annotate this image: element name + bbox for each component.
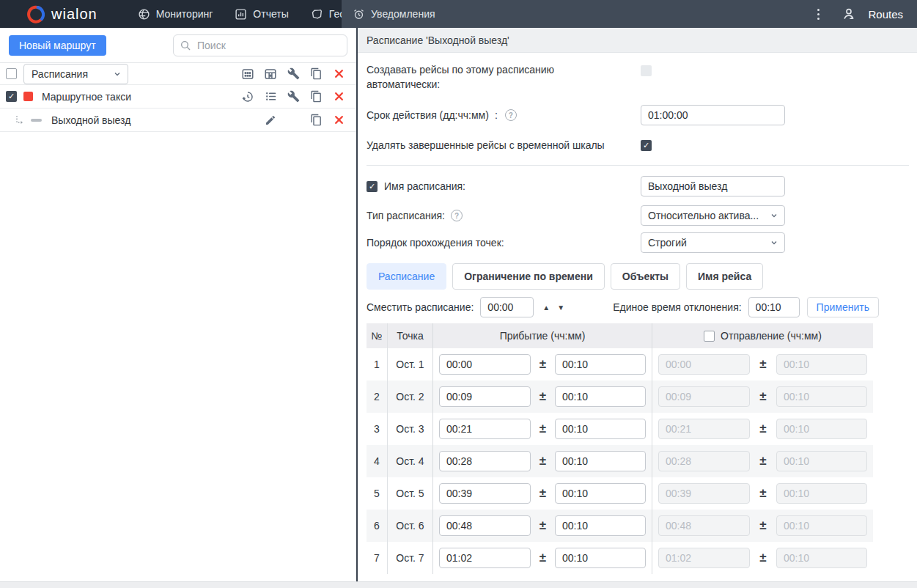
delete-x-icon[interactable]	[332, 90, 345, 103]
kebab-menu-icon[interactable]	[807, 9, 830, 20]
departure-cell: ±	[652, 445, 873, 477]
apply-button[interactable]: Применить	[807, 297, 879, 317]
schedule-table-header: № Точка Прибытие (чч:мм) Отправление (чч…	[367, 323, 873, 348]
arrival-dev-input[interactable]	[555, 419, 646, 439]
schedule-dash-icon	[31, 119, 42, 122]
arrival-time-input[interactable]	[439, 451, 531, 471]
row-num: 7	[367, 552, 387, 564]
nav-item-monitoring[interactable]: Мониторинг	[127, 0, 224, 28]
schedules-list-icon[interactable]	[264, 90, 277, 103]
remove-finished-label: Удалять завершенные рейсы с временной шк…	[367, 139, 641, 151]
nav-item-notifications[interactable]: Уведомления	[342, 8, 446, 21]
user-icon[interactable]	[830, 7, 868, 21]
arrival-cell: ±	[432, 542, 652, 574]
col-departure-header: Отправление (чч:мм)	[652, 323, 873, 348]
point-order-select[interactable]: Строгий	[641, 232, 785, 253]
arrival-dev-input[interactable]	[555, 451, 646, 471]
wrench-icon[interactable]	[287, 67, 300, 81]
schedule-point-row: 3 Ост. 3 ± ±	[367, 413, 873, 445]
plus-minus-icon: ±	[750, 454, 776, 468]
arrival-dev-input[interactable]	[555, 354, 646, 375]
departure-dev-input	[776, 483, 867, 504]
wialon-logo: wialon	[26, 5, 97, 23]
arrival-dev-input[interactable]	[555, 483, 646, 504]
schedule-type-row: Тип расписания: ? Относительно актива...	[367, 202, 909, 229]
schedule-table: № Точка Прибытие (чч:мм) Отправление (чч…	[367, 323, 873, 574]
alarm-clock-icon	[353, 8, 365, 21]
departure-time-input	[658, 451, 750, 471]
list-header-actions	[241, 67, 350, 81]
auto-create-checkbox	[641, 65, 652, 76]
tab-schedule[interactable]: Расписание	[367, 263, 446, 290]
timetable-icon[interactable]	[241, 67, 254, 81]
search-input[interactable]	[173, 34, 347, 56]
deviation-label: Единое время отклонения:	[613, 301, 741, 313]
chevron-down-icon	[770, 211, 778, 220]
schedule-name[interactable]: Выходной выезд	[51, 114, 130, 126]
arrival-dev-input[interactable]	[555, 515, 646, 536]
nav-item-label: Уведомления	[371, 8, 435, 20]
list-mode-dropdown[interactable]: Расписания	[23, 64, 128, 84]
arrival-dev-input[interactable]	[555, 548, 646, 568]
help-icon[interactable]: ?	[451, 210, 463, 221]
add-schedule-icon[interactable]	[241, 90, 254, 103]
schedule-point-row: 1 Ост. 1 ± ±	[367, 348, 873, 381]
arrival-time-input[interactable]	[439, 419, 531, 439]
auto-create-row: Создавать рейсы по этому расписанию авто…	[367, 62, 909, 99]
auto-create-label: Создавать рейсы по этому расписанию авто…	[367, 62, 586, 92]
select-all-checkbox[interactable]	[6, 68, 17, 79]
wrench-icon[interactable]	[287, 90, 300, 103]
arrival-time-input[interactable]	[439, 515, 531, 536]
arrival-time-input[interactable]	[439, 548, 531, 568]
route-actions	[241, 90, 350, 103]
shift-down-icon[interactable]: ▼	[557, 304, 564, 312]
routes-toolbar: Новый маршрут	[0, 28, 356, 63]
remove-finished-checkbox[interactable]: ✓	[641, 140, 652, 151]
route-color-swatch	[23, 92, 33, 101]
plus-minus-icon: ±	[750, 486, 776, 501]
copy-icon[interactable]	[309, 90, 323, 103]
copy-icon[interactable]	[309, 67, 323, 81]
schedule-name-input[interactable]	[641, 176, 785, 196]
help-icon[interactable]: ?	[505, 109, 517, 121]
arrival-dev-input[interactable]	[555, 386, 646, 407]
schedule-table-body: 1 Ост. 1 ± ± 2 Ост. 2 ± ± 3 Ост. 3	[367, 348, 873, 574]
arrival-time-input[interactable]	[439, 386, 531, 407]
new-route-button[interactable]: Новый маршрут	[9, 35, 106, 56]
schedule-row[interactable]: Выходной выезд	[0, 109, 356, 132]
plus-minus-icon: ±	[531, 486, 555, 501]
delete-x-icon[interactable]	[332, 67, 345, 81]
arrival-time-input[interactable]	[439, 483, 531, 504]
nav-item-reports[interactable]: Отчеты	[224, 0, 299, 28]
delete-x-icon[interactable]	[332, 114, 345, 127]
schedule-name-checkbox[interactable]: ✓	[367, 181, 378, 192]
chevron-down-icon	[770, 238, 778, 247]
shift-schedule-input[interactable]	[480, 297, 534, 317]
route-checkbox[interactable]: ✓	[6, 91, 17, 102]
plus-minus-icon: ±	[750, 357, 776, 372]
departure-cell: ±	[652, 348, 873, 381]
tree-branch-icon	[15, 115, 31, 125]
copy-icon[interactable]	[309, 114, 323, 127]
departure-dev-input	[776, 451, 867, 471]
plus-minus-icon: ±	[531, 454, 555, 468]
schedule-type-select[interactable]: Относительно актива...	[641, 205, 785, 226]
deviation-input[interactable]	[748, 297, 800, 317]
tab-ride-name[interactable]: Имя рейса	[686, 263, 763, 290]
editor-tabs: Расписание Ограничение по времени Объект…	[367, 263, 909, 290]
plus-minus-icon: ±	[750, 389, 776, 404]
shift-up-icon[interactable]: ▲	[542, 304, 550, 312]
validity-input[interactable]	[641, 105, 785, 125]
route-name[interactable]: Маршрутное такси	[42, 91, 131, 103]
tab-units[interactable]: Объекты	[611, 263, 680, 290]
top-navigation-bar: wialon Мониторинг Отчеты	[0, 0, 917, 28]
departure-dev-input	[776, 419, 867, 439]
route-row[interactable]: ✓ Маршрутное такси	[0, 85, 356, 109]
add-timetable-icon[interactable]	[264, 67, 277, 81]
account-name[interactable]: Routes	[868, 8, 903, 21]
edit-pencil-icon[interactable]	[264, 114, 277, 127]
search-icon	[180, 40, 191, 51]
departure-enable-checkbox[interactable]	[704, 331, 715, 342]
arrival-time-input[interactable]	[439, 354, 531, 375]
tab-time-limitation[interactable]: Ограничение по времени	[452, 263, 605, 290]
